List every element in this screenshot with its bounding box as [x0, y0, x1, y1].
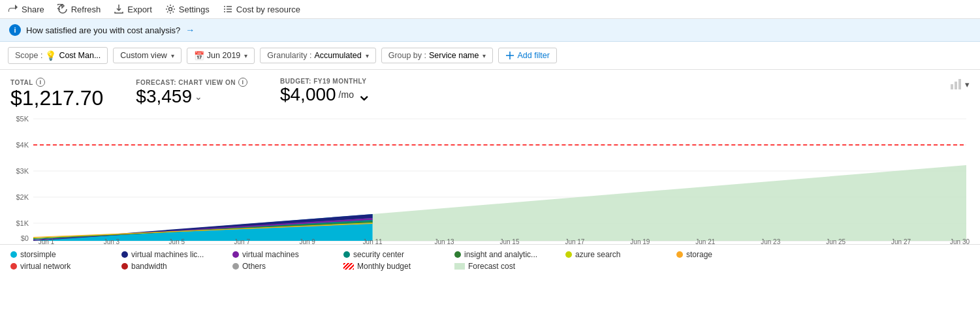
legend-vm-lic: virtual machines lic... — [121, 250, 219, 259]
svg-point-0 — [168, 8, 172, 11]
svg-text:$5K: $5K — [16, 115, 29, 123]
info-arrow[interactable]: → — [185, 25, 195, 35]
svg-text:Jun 9: Jun 9 — [299, 238, 315, 244]
svg-text:Jun 1: Jun 1 — [39, 238, 55, 244]
legend-dot — [676, 251, 683, 258]
legend-forecast-cost: Forecast cost — [454, 262, 552, 271]
legend-dot — [232, 251, 239, 258]
legend-dot — [10, 263, 17, 270]
chevron-down-icon: ▾ — [244, 52, 247, 59]
legend-virtual-network: virtual network — [10, 262, 108, 271]
chevron-down-icon: ▾ — [482, 52, 486, 59]
chevron-down-icon: ⌄ — [356, 85, 371, 105]
chevron-down-icon: ▾ — [366, 52, 369, 59]
add-filter-button[interactable]: Add filter — [498, 48, 556, 63]
legend-dot — [121, 251, 128, 258]
legend-bandwidth: bandwidth — [121, 262, 219, 271]
export-button[interactable]: Export — [114, 4, 152, 14]
legend-dot — [454, 251, 461, 258]
forecast-value: $3,459 ⌄ — [136, 87, 247, 107]
svg-text:Jun 17: Jun 17 — [565, 238, 584, 244]
budget-suffix: /mo — [339, 90, 354, 100]
forecast-info-icon[interactable]: i — [238, 78, 247, 87]
share-button[interactable]: Share — [8, 4, 44, 14]
calendar-icon: 📅 — [194, 51, 204, 61]
settings-button[interactable]: Settings — [165, 4, 210, 14]
metrics-area: TOTAL i $1,217.70 FORECAST: CHART VIEW O… — [0, 70, 980, 114]
svg-text:Jun 21: Jun 21 — [695, 238, 715, 244]
total-metric: TOTAL i $1,217.70 — [10, 78, 103, 110]
forecast-metric: FORECAST: CHART VIEW ON i $3,459 ⌄ — [136, 78, 247, 107]
chevron-down-icon: ⌄ — [195, 92, 202, 102]
svg-text:Jun 19: Jun 19 — [630, 238, 650, 244]
svg-text:$4K: $4K — [16, 141, 29, 149]
custom-view-filter[interactable]: Custom view ▾ — [113, 48, 182, 63]
legend-others: Others — [232, 262, 330, 271]
svg-text:Jun 13: Jun 13 — [435, 238, 454, 244]
scope-filter[interactable]: Scope : 💡 Cost Man... — [8, 47, 108, 64]
legend-dot — [232, 263, 239, 270]
refresh-button[interactable]: Refresh — [57, 4, 101, 14]
svg-text:$3K: $3K — [16, 167, 29, 175]
total-value: $1,217.70 — [10, 87, 103, 110]
legend-storage: storage — [676, 250, 774, 259]
svg-text:Jun 5: Jun 5 — [169, 238, 185, 244]
svg-marker-17 — [373, 165, 966, 241]
export-icon — [114, 4, 124, 14]
chart-view-button[interactable]: ▾ — [951, 79, 970, 89]
legend-dot — [565, 251, 572, 258]
legend-row-2: virtual network bandwidth Others Monthly… — [10, 262, 970, 271]
scope-value: Cost Man... — [59, 51, 101, 60]
svg-text:Jun 3: Jun 3 — [104, 238, 120, 244]
svg-text:Jun 7: Jun 7 — [234, 238, 251, 244]
date-filter[interactable]: 📅 Jun 2019 ▾ — [187, 48, 255, 64]
total-info-icon[interactable]: i — [36, 78, 45, 87]
granularity-value: Accumulated — [314, 51, 361, 60]
granularity-label: Granularity : — [267, 51, 311, 60]
svg-text:Jun 23: Jun 23 — [761, 238, 780, 244]
legend-forecast-icon — [454, 263, 465, 270]
add-filter-icon — [505, 51, 514, 60]
info-text: How satisfied are you with cost analysis… — [26, 25, 180, 35]
main-chart: $5K $4K $3K $2K $1K $0 — [10, 114, 970, 244]
granularity-filter[interactable]: Granularity : Accumulated ▾ — [260, 48, 375, 63]
legend-dot — [121, 263, 128, 270]
list-icon — [223, 4, 233, 14]
chevron-down-icon: ▾ — [965, 80, 970, 89]
scope-label: Scope : — [15, 51, 42, 60]
group-by-value: Service name — [429, 51, 479, 60]
svg-text:Jun 11: Jun 11 — [363, 238, 383, 244]
legend-insight: insight and analytic... — [454, 250, 552, 259]
legend-dot — [10, 251, 17, 258]
svg-text:$2K: $2K — [16, 193, 29, 201]
info-bar: i How satisfied are you with cost analys… — [0, 19, 980, 42]
svg-text:Jun 25: Jun 25 — [826, 238, 846, 244]
budget-metric: BUDGET: FY19 MONTHLY $4,000 /mo ⌄ — [280, 78, 371, 105]
chart-container: $5K $4K $3K $2K $1K $0 — [10, 114, 970, 244]
legend-dot — [343, 251, 350, 258]
cost-by-resource-button[interactable]: Cost by resource — [223, 4, 300, 14]
total-label: TOTAL i — [10, 78, 103, 87]
chevron-down-icon: ▾ — [171, 52, 174, 59]
legend-storsimple: storsimple — [10, 250, 108, 259]
toolbar: Share Refresh Export Settings Cost by re… — [0, 0, 980, 19]
legend-stripe-icon — [343, 263, 354, 270]
filter-bar: Scope : 💡 Cost Man... Custom view ▾ 📅 Ju… — [0, 42, 980, 70]
group-by-label: Group by : — [388, 51, 426, 60]
svg-rect-1 — [951, 84, 953, 89]
chart-icon — [951, 79, 964, 89]
svg-text:Jun 15: Jun 15 — [499, 238, 519, 244]
legend-vm: virtual machines — [232, 250, 330, 259]
svg-rect-3 — [958, 79, 961, 89]
refresh-icon — [57, 4, 68, 14]
legend-area: storsimple virtual machines lic... virtu… — [0, 244, 980, 276]
group-by-filter[interactable]: Group by : Service name ▾ — [381, 48, 494, 63]
legend-monthly-budget: Monthly budget — [343, 262, 441, 271]
svg-text:Jun 30: Jun 30 — [950, 238, 970, 244]
legend-azure-search: azure search — [565, 250, 663, 259]
settings-icon — [165, 4, 176, 14]
forecast-label: FORECAST: CHART VIEW ON i — [136, 78, 247, 87]
legend-security: security center — [343, 250, 441, 259]
svg-text:$1K: $1K — [16, 219, 29, 227]
chart-area: $5K $4K $3K $2K $1K $0 — [0, 114, 980, 244]
